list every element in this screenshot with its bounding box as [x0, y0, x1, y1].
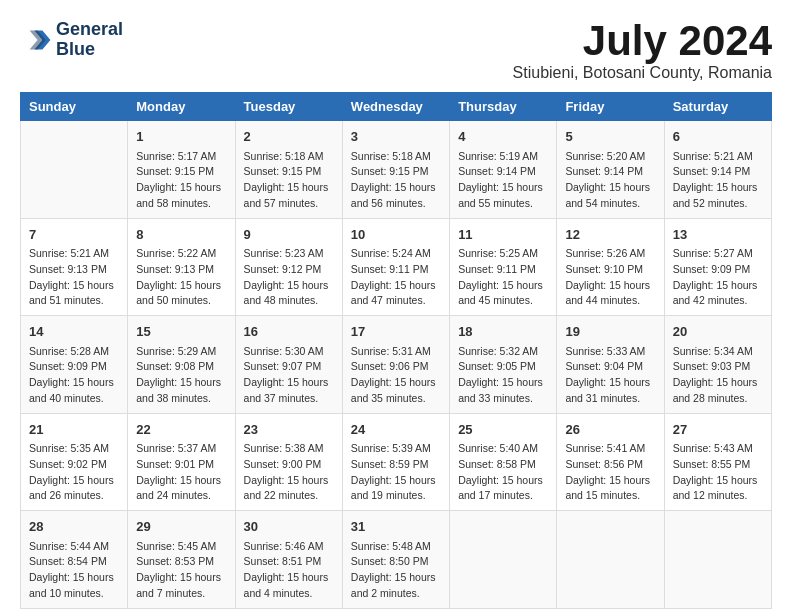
logo: General Blue — [20, 20, 123, 60]
cell-content: Sunrise: 5:30 AM Sunset: 9:07 PM Dayligh… — [244, 344, 334, 407]
calendar-cell: 29Sunrise: 5:45 AM Sunset: 8:53 PM Dayli… — [128, 511, 235, 609]
cell-content: Sunrise: 5:22 AM Sunset: 9:13 PM Dayligh… — [136, 246, 226, 309]
day-number: 6 — [673, 127, 763, 147]
day-number: 30 — [244, 517, 334, 537]
calendar-cell: 15Sunrise: 5:29 AM Sunset: 9:08 PM Dayli… — [128, 316, 235, 414]
calendar-cell: 16Sunrise: 5:30 AM Sunset: 9:07 PM Dayli… — [235, 316, 342, 414]
cell-content: Sunrise: 5:48 AM Sunset: 8:50 PM Dayligh… — [351, 539, 441, 602]
cell-content: Sunrise: 5:23 AM Sunset: 9:12 PM Dayligh… — [244, 246, 334, 309]
calendar-cell: 11Sunrise: 5:25 AM Sunset: 9:11 PM Dayli… — [450, 218, 557, 316]
cell-content: Sunrise: 5:46 AM Sunset: 8:51 PM Dayligh… — [244, 539, 334, 602]
day-number: 29 — [136, 517, 226, 537]
cell-content: Sunrise: 5:18 AM Sunset: 9:15 PM Dayligh… — [244, 149, 334, 212]
calendar-cell: 18Sunrise: 5:32 AM Sunset: 9:05 PM Dayli… — [450, 316, 557, 414]
calendar-cell: 24Sunrise: 5:39 AM Sunset: 8:59 PM Dayli… — [342, 413, 449, 511]
calendar-cell: 10Sunrise: 5:24 AM Sunset: 9:11 PM Dayli… — [342, 218, 449, 316]
calendar-cell: 12Sunrise: 5:26 AM Sunset: 9:10 PM Dayli… — [557, 218, 664, 316]
calendar-cell: 8Sunrise: 5:22 AM Sunset: 9:13 PM Daylig… — [128, 218, 235, 316]
day-number: 13 — [673, 225, 763, 245]
cell-content: Sunrise: 5:19 AM Sunset: 9:14 PM Dayligh… — [458, 149, 548, 212]
day-number: 28 — [29, 517, 119, 537]
calendar-cell — [21, 121, 128, 219]
cell-content: Sunrise: 5:21 AM Sunset: 9:14 PM Dayligh… — [673, 149, 763, 212]
day-number: 3 — [351, 127, 441, 147]
cell-content: Sunrise: 5:40 AM Sunset: 8:58 PM Dayligh… — [458, 441, 548, 504]
cell-content: Sunrise: 5:28 AM Sunset: 9:09 PM Dayligh… — [29, 344, 119, 407]
day-number: 14 — [29, 322, 119, 342]
cell-content: Sunrise: 5:43 AM Sunset: 8:55 PM Dayligh… — [673, 441, 763, 504]
calendar-cell: 5Sunrise: 5:20 AM Sunset: 9:14 PM Daylig… — [557, 121, 664, 219]
day-number: 11 — [458, 225, 548, 245]
cell-content: Sunrise: 5:41 AM Sunset: 8:56 PM Dayligh… — [565, 441, 655, 504]
cell-content: Sunrise: 5:32 AM Sunset: 9:05 PM Dayligh… — [458, 344, 548, 407]
logo-text: General Blue — [56, 20, 123, 60]
calendar-cell: 13Sunrise: 5:27 AM Sunset: 9:09 PM Dayli… — [664, 218, 771, 316]
header-saturday: Saturday — [664, 93, 771, 121]
page-header: General Blue July 2024 Stiubieni, Botosa… — [20, 20, 772, 82]
calendar-cell: 23Sunrise: 5:38 AM Sunset: 9:00 PM Dayli… — [235, 413, 342, 511]
header-thursday: Thursday — [450, 93, 557, 121]
cell-content: Sunrise: 5:26 AM Sunset: 9:10 PM Dayligh… — [565, 246, 655, 309]
cell-content: Sunrise: 5:44 AM Sunset: 8:54 PM Dayligh… — [29, 539, 119, 602]
header-wednesday: Wednesday — [342, 93, 449, 121]
cell-content: Sunrise: 5:29 AM Sunset: 9:08 PM Dayligh… — [136, 344, 226, 407]
cell-content: Sunrise: 5:45 AM Sunset: 8:53 PM Dayligh… — [136, 539, 226, 602]
cell-content: Sunrise: 5:31 AM Sunset: 9:06 PM Dayligh… — [351, 344, 441, 407]
cell-content: Sunrise: 5:25 AM Sunset: 9:11 PM Dayligh… — [458, 246, 548, 309]
calendar-cell: 1Sunrise: 5:17 AM Sunset: 9:15 PM Daylig… — [128, 121, 235, 219]
day-number: 8 — [136, 225, 226, 245]
day-number: 4 — [458, 127, 548, 147]
cell-content: Sunrise: 5:39 AM Sunset: 8:59 PM Dayligh… — [351, 441, 441, 504]
location-title: Stiubieni, Botosani County, Romania — [513, 64, 772, 82]
calendar-cell — [450, 511, 557, 609]
day-number: 18 — [458, 322, 548, 342]
cell-content: Sunrise: 5:24 AM Sunset: 9:11 PM Dayligh… — [351, 246, 441, 309]
day-number: 9 — [244, 225, 334, 245]
day-number: 16 — [244, 322, 334, 342]
day-number: 23 — [244, 420, 334, 440]
day-number: 24 — [351, 420, 441, 440]
day-number: 2 — [244, 127, 334, 147]
day-number: 15 — [136, 322, 226, 342]
day-number: 20 — [673, 322, 763, 342]
day-number: 5 — [565, 127, 655, 147]
calendar-cell: 30Sunrise: 5:46 AM Sunset: 8:51 PM Dayli… — [235, 511, 342, 609]
title-section: July 2024 Stiubieni, Botosani County, Ro… — [513, 20, 772, 82]
calendar-cell: 3Sunrise: 5:18 AM Sunset: 9:15 PM Daylig… — [342, 121, 449, 219]
calendar-cell: 27Sunrise: 5:43 AM Sunset: 8:55 PM Dayli… — [664, 413, 771, 511]
calendar-cell: 28Sunrise: 5:44 AM Sunset: 8:54 PM Dayli… — [21, 511, 128, 609]
calendar-cell: 25Sunrise: 5:40 AM Sunset: 8:58 PM Dayli… — [450, 413, 557, 511]
day-number: 26 — [565, 420, 655, 440]
header-sunday: Sunday — [21, 93, 128, 121]
day-number: 17 — [351, 322, 441, 342]
cell-content: Sunrise: 5:34 AM Sunset: 9:03 PM Dayligh… — [673, 344, 763, 407]
cell-content: Sunrise: 5:38 AM Sunset: 9:00 PM Dayligh… — [244, 441, 334, 504]
calendar-week-row: 1Sunrise: 5:17 AM Sunset: 9:15 PM Daylig… — [21, 121, 772, 219]
calendar-header-row: SundayMondayTuesdayWednesdayThursdayFrid… — [21, 93, 772, 121]
cell-content: Sunrise: 5:18 AM Sunset: 9:15 PM Dayligh… — [351, 149, 441, 212]
calendar-cell: 26Sunrise: 5:41 AM Sunset: 8:56 PM Dayli… — [557, 413, 664, 511]
day-number: 7 — [29, 225, 119, 245]
day-number: 27 — [673, 420, 763, 440]
cell-content: Sunrise: 5:37 AM Sunset: 9:01 PM Dayligh… — [136, 441, 226, 504]
cell-content: Sunrise: 5:35 AM Sunset: 9:02 PM Dayligh… — [29, 441, 119, 504]
day-number: 31 — [351, 517, 441, 537]
calendar-week-row: 28Sunrise: 5:44 AM Sunset: 8:54 PM Dayli… — [21, 511, 772, 609]
calendar-cell: 19Sunrise: 5:33 AM Sunset: 9:04 PM Dayli… — [557, 316, 664, 414]
header-friday: Friday — [557, 93, 664, 121]
calendar-cell: 2Sunrise: 5:18 AM Sunset: 9:15 PM Daylig… — [235, 121, 342, 219]
calendar-cell: 14Sunrise: 5:28 AM Sunset: 9:09 PM Dayli… — [21, 316, 128, 414]
calendar-cell: 4Sunrise: 5:19 AM Sunset: 9:14 PM Daylig… — [450, 121, 557, 219]
header-tuesday: Tuesday — [235, 93, 342, 121]
calendar-cell: 7Sunrise: 5:21 AM Sunset: 9:13 PM Daylig… — [21, 218, 128, 316]
cell-content: Sunrise: 5:20 AM Sunset: 9:14 PM Dayligh… — [565, 149, 655, 212]
calendar-cell: 31Sunrise: 5:48 AM Sunset: 8:50 PM Dayli… — [342, 511, 449, 609]
cell-content: Sunrise: 5:33 AM Sunset: 9:04 PM Dayligh… — [565, 344, 655, 407]
month-title: July 2024 — [513, 20, 772, 62]
calendar-cell — [557, 511, 664, 609]
calendar-week-row: 7Sunrise: 5:21 AM Sunset: 9:13 PM Daylig… — [21, 218, 772, 316]
header-monday: Monday — [128, 93, 235, 121]
calendar-cell — [664, 511, 771, 609]
calendar-cell: 21Sunrise: 5:35 AM Sunset: 9:02 PM Dayli… — [21, 413, 128, 511]
calendar-cell: 17Sunrise: 5:31 AM Sunset: 9:06 PM Dayli… — [342, 316, 449, 414]
